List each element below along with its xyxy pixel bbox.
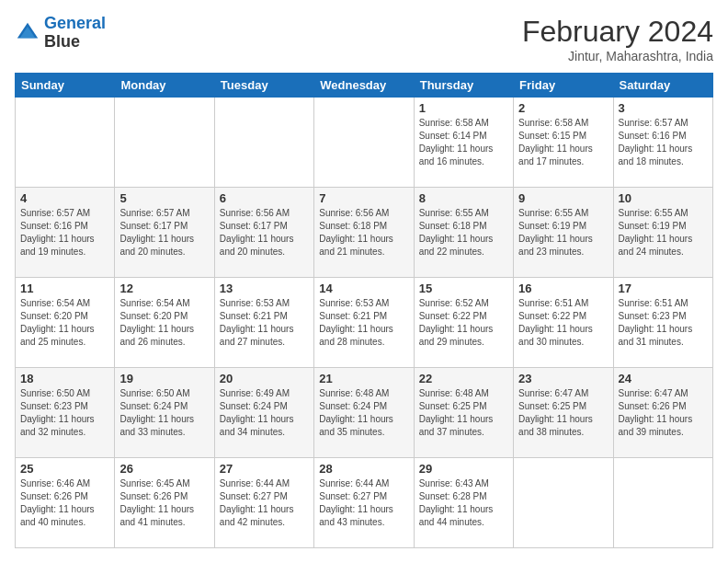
day-header-row: SundayMondayTuesdayWednesdayThursdayFrid… [16, 74, 713, 98]
day-number: 18 [20, 372, 109, 385]
calendar-cell: 5Sunrise: 6:57 AM Sunset: 6:17 PM Daylig… [115, 188, 214, 278]
day-info: Sunrise: 6:55 AM Sunset: 6:19 PM Dayligh… [518, 207, 608, 259]
day-number: 28 [319, 462, 408, 476]
calendar-cell: 1Sunrise: 6:58 AM Sunset: 6:14 PM Daylig… [414, 98, 513, 188]
calendar-cell: 27Sunrise: 6:44 AM Sunset: 6:27 PM Dayli… [214, 458, 313, 548]
title-block: February 2024 Jintur, Maharashtra, India [522, 15, 713, 63]
day-info: Sunrise: 6:45 AM Sunset: 6:26 PM Dayligh… [119, 477, 209, 529]
day-number: 16 [518, 282, 608, 295]
day-info: Sunrise: 6:56 AM Sunset: 6:17 PM Dayligh… [220, 207, 309, 259]
day-info: Sunrise: 6:46 AM Sunset: 6:26 PM Dayligh… [20, 477, 109, 529]
calendar-cell: 3Sunrise: 6:57 AM Sunset: 6:16 PM Daylig… [613, 98, 712, 188]
week-row-5: 25Sunrise: 6:46 AM Sunset: 6:26 PM Dayli… [16, 458, 713, 548]
day-number: 4 [20, 191, 109, 205]
day-number: 23 [518, 372, 608, 385]
calendar-cell: 10Sunrise: 6:55 AM Sunset: 6:19 PM Dayli… [613, 188, 712, 278]
calendar-cell: 16Sunrise: 6:51 AM Sunset: 6:22 PM Dayli… [514, 278, 613, 368]
calendar-cell: 6Sunrise: 6:56 AM Sunset: 6:17 PM Daylig… [214, 188, 313, 278]
calendar-cell [16, 98, 115, 188]
day-number: 10 [619, 191, 708, 205]
calendar-cell: 15Sunrise: 6:52 AM Sunset: 6:22 PM Dayli… [414, 278, 513, 368]
day-info: Sunrise: 6:58 AM Sunset: 6:14 PM Dayligh… [419, 117, 508, 168]
calendar-cell: 14Sunrise: 6:53 AM Sunset: 6:21 PM Dayli… [314, 278, 414, 368]
calendar-cell [115, 98, 214, 188]
calendar-cell: 20Sunrise: 6:49 AM Sunset: 6:24 PM Dayli… [214, 368, 313, 458]
calendar-cell: 19Sunrise: 6:50 AM Sunset: 6:24 PM Dayli… [115, 368, 214, 458]
calendar-cell: 23Sunrise: 6:47 AM Sunset: 6:25 PM Dayli… [514, 368, 613, 458]
day-number: 24 [619, 372, 708, 385]
day-info: Sunrise: 6:48 AM Sunset: 6:25 PM Dayligh… [419, 387, 508, 439]
calendar-cell: 13Sunrise: 6:53 AM Sunset: 6:21 PM Dayli… [214, 278, 313, 368]
week-row-3: 11Sunrise: 6:54 AM Sunset: 6:20 PM Dayli… [16, 278, 713, 368]
week-row-2: 4Sunrise: 6:57 AM Sunset: 6:16 PM Daylig… [16, 188, 713, 278]
calendar-cell [514, 458, 613, 548]
day-number: 25 [20, 462, 109, 476]
day-number: 3 [619, 101, 708, 115]
calendar-cell: 8Sunrise: 6:55 AM Sunset: 6:18 PM Daylig… [414, 188, 513, 278]
day-number: 27 [220, 462, 309, 476]
day-number: 26 [119, 462, 209, 476]
day-info: Sunrise: 6:55 AM Sunset: 6:19 PM Dayligh… [619, 207, 708, 259]
calendar-cell: 26Sunrise: 6:45 AM Sunset: 6:26 PM Dayli… [115, 458, 214, 548]
week-row-4: 18Sunrise: 6:50 AM Sunset: 6:23 PM Dayli… [16, 368, 713, 458]
day-info: Sunrise: 6:51 AM Sunset: 6:22 PM Dayligh… [518, 297, 608, 349]
day-number: 29 [419, 462, 508, 476]
logo: General Blue [15, 15, 106, 52]
day-info: Sunrise: 6:49 AM Sunset: 6:24 PM Dayligh… [220, 387, 309, 439]
calendar-cell: 29Sunrise: 6:43 AM Sunset: 6:28 PM Dayli… [414, 458, 513, 548]
day-number: 13 [220, 282, 309, 295]
calendar-cell: 9Sunrise: 6:55 AM Sunset: 6:19 PM Daylig… [514, 188, 613, 278]
calendar-cell: 24Sunrise: 6:47 AM Sunset: 6:26 PM Dayli… [613, 368, 712, 458]
day-info: Sunrise: 6:47 AM Sunset: 6:25 PM Dayligh… [518, 387, 608, 439]
day-number: 20 [220, 372, 309, 385]
calendar-cell: 11Sunrise: 6:54 AM Sunset: 6:20 PM Dayli… [16, 278, 115, 368]
calendar-cell [613, 458, 712, 548]
logo-icon [15, 20, 40, 46]
day-info: Sunrise: 6:43 AM Sunset: 6:28 PM Dayligh… [419, 477, 508, 529]
day-header-thursday: Thursday [414, 74, 513, 98]
calendar-cell: 7Sunrise: 6:56 AM Sunset: 6:18 PM Daylig… [314, 188, 414, 278]
day-number: 15 [419, 282, 508, 295]
day-header-monday: Monday [115, 74, 214, 98]
calendar-cell [214, 98, 313, 188]
day-info: Sunrise: 6:50 AM Sunset: 6:23 PM Dayligh… [20, 387, 109, 439]
day-info: Sunrise: 6:48 AM Sunset: 6:24 PM Dayligh… [319, 387, 408, 439]
week-row-1: 1Sunrise: 6:58 AM Sunset: 6:14 PM Daylig… [16, 98, 713, 188]
day-number: 7 [319, 191, 408, 205]
calendar-cell: 12Sunrise: 6:54 AM Sunset: 6:20 PM Dayli… [115, 278, 214, 368]
day-number: 6 [220, 191, 309, 205]
day-info: Sunrise: 6:57 AM Sunset: 6:16 PM Dayligh… [20, 207, 109, 259]
day-info: Sunrise: 6:57 AM Sunset: 6:16 PM Dayligh… [619, 117, 708, 168]
day-info: Sunrise: 6:57 AM Sunset: 6:17 PM Dayligh… [119, 207, 209, 259]
page: General Blue February 2024 Jintur, Mahar… [0, 0, 728, 563]
day-info: Sunrise: 6:55 AM Sunset: 6:18 PM Dayligh… [419, 207, 508, 259]
day-info: Sunrise: 6:54 AM Sunset: 6:20 PM Dayligh… [119, 297, 209, 349]
day-number: 21 [319, 372, 408, 385]
logo-text: General Blue [44, 15, 106, 52]
calendar-cell: 2Sunrise: 6:58 AM Sunset: 6:15 PM Daylig… [514, 98, 613, 188]
day-header-tuesday: Tuesday [214, 74, 313, 98]
day-info: Sunrise: 6:47 AM Sunset: 6:26 PM Dayligh… [619, 387, 708, 439]
day-info: Sunrise: 6:56 AM Sunset: 6:18 PM Dayligh… [319, 207, 408, 259]
day-number: 1 [419, 101, 508, 115]
day-info: Sunrise: 6:50 AM Sunset: 6:24 PM Dayligh… [119, 387, 209, 439]
day-number: 8 [419, 191, 508, 205]
calendar-cell: 4Sunrise: 6:57 AM Sunset: 6:16 PM Daylig… [16, 188, 115, 278]
day-header-wednesday: Wednesday [314, 74, 414, 98]
day-number: 12 [119, 282, 209, 295]
day-info: Sunrise: 6:44 AM Sunset: 6:27 PM Dayligh… [220, 477, 309, 529]
calendar-cell: 25Sunrise: 6:46 AM Sunset: 6:26 PM Dayli… [16, 458, 115, 548]
day-number: 5 [119, 191, 209, 205]
day-number: 14 [319, 282, 408, 295]
calendar-cell: 22Sunrise: 6:48 AM Sunset: 6:25 PM Dayli… [414, 368, 513, 458]
day-info: Sunrise: 6:52 AM Sunset: 6:22 PM Dayligh… [419, 297, 508, 349]
day-header-saturday: Saturday [613, 74, 712, 98]
subtitle: Jintur, Maharashtra, India [522, 49, 713, 63]
day-number: 17 [619, 282, 708, 295]
calendar-cell: 28Sunrise: 6:44 AM Sunset: 6:27 PM Dayli… [314, 458, 414, 548]
day-info: Sunrise: 6:53 AM Sunset: 6:21 PM Dayligh… [220, 297, 309, 349]
day-info: Sunrise: 6:54 AM Sunset: 6:20 PM Dayligh… [20, 297, 109, 349]
calendar-cell: 21Sunrise: 6:48 AM Sunset: 6:24 PM Dayli… [314, 368, 414, 458]
calendar-cell [314, 98, 414, 188]
day-number: 9 [518, 191, 608, 205]
